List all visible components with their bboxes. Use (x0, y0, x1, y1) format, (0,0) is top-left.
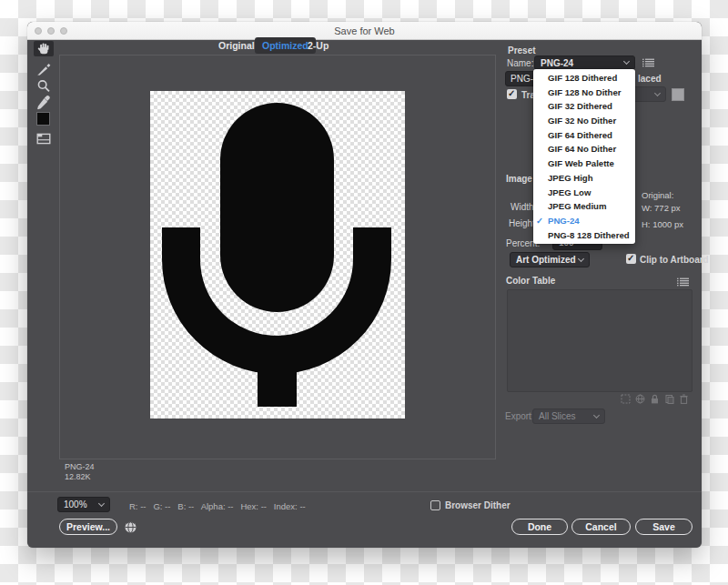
preset-dropdown-menu: ✓GIF 128 Dithered ✓GIF 128 No Dither ✓GI… (533, 69, 635, 244)
tab-2up[interactable]: 2-Up (308, 40, 329, 51)
titlebar: Save for Web (27, 22, 702, 40)
browser-dither-label: Browser Dither (445, 500, 511, 510)
color-readout: R: -- G: -- B: -- Alpha: -- Hex: -- Inde… (129, 501, 306, 511)
preset-name-select[interactable]: PNG-24 (534, 55, 635, 70)
original-height-value: H: 1000 px (642, 219, 683, 229)
done-button[interactable]: Done (511, 519, 568, 535)
chevron-down-icon (593, 411, 600, 418)
browser-preview-globe[interactable] (124, 520, 137, 534)
color-table-actions (621, 394, 689, 404)
matte-color-swatch[interactable] (672, 88, 684, 101)
zoom-level-select[interactable]: 100% (57, 497, 110, 512)
map-transparency-icon[interactable] (621, 394, 631, 404)
save-for-web-dialog: Save for Web Original Optimized 2-Up (27, 22, 702, 548)
lock-color-icon[interactable] (650, 394, 660, 404)
tab-original[interactable]: Original (218, 40, 255, 51)
preset-name-label: Name: (507, 58, 533, 68)
preview-format-label: PNG-24 (65, 462, 95, 471)
menu-item-jpeg-low[interactable]: ✓JPEG Low (533, 186, 635, 200)
panel-menu-icon (642, 58, 654, 67)
original-width-value: W: 772 px (642, 203, 681, 213)
chevron-down-icon (654, 89, 661, 96)
slices-icon (35, 131, 53, 146)
clip-to-artboard-label: Clip to Artboard (640, 255, 709, 265)
menu-item-gif-128-no-dither[interactable]: ✓GIF 128 No Dither (533, 86, 635, 100)
zoom-tool[interactable] (35, 78, 53, 94)
hand-tool[interactable] (34, 41, 54, 56)
new-color-icon[interactable] (664, 394, 674, 404)
image-canvas[interactable] (150, 91, 405, 419)
original-label: Original: (642, 190, 673, 200)
menu-item-png-8-128-dithered[interactable]: ✓PNG-8 128 Dithered (533, 228, 635, 243)
bottom-divider (27, 491, 702, 492)
preset-header: Preset (508, 45, 536, 55)
toggle-slices-visibility[interactable] (35, 131, 53, 146)
zoom-level-value: 100% (64, 499, 87, 509)
microphone-image (150, 91, 405, 419)
slice-select-tool[interactable] (35, 61, 53, 76)
optimize-quality-value: Art Optimized (516, 255, 576, 265)
checkmark-icon: ✓ (536, 214, 543, 228)
menu-item-jpeg-medium[interactable]: ✓JPEG Medium (533, 199, 635, 214)
menu-item-gif-64-dithered[interactable]: ✓GIF 64 Dithered (533, 128, 635, 143)
preview-filesize-label: 12.82K (65, 472, 91, 481)
hand-icon (35, 41, 53, 56)
magnifier-icon (35, 78, 53, 94)
menu-item-png-24[interactable]: ✓PNG-24 (533, 214, 635, 228)
preset-panel-menu-button[interactable] (642, 58, 654, 67)
web-shift-icon[interactable] (635, 394, 645, 404)
panel-menu-icon (677, 277, 689, 287)
menu-item-gif-web-palette[interactable]: ✓GIF Web Palette (533, 156, 635, 171)
menu-item-gif-128-dithered[interactable]: ✓GIF 128 Dithered (533, 71, 635, 86)
color-table-area[interactable] (507, 289, 693, 392)
export-value: All Slices (539, 411, 576, 421)
window-title: Save for Web (27, 25, 702, 36)
chevron-down-icon (98, 499, 105, 506)
menu-item-gif-32-no-dither[interactable]: ✓GIF 32 No Dither (533, 114, 635, 128)
interlaced-label-partial: laced (638, 74, 662, 84)
preview-button[interactable]: Preview... (59, 519, 117, 535)
preset-name-value: PNG-24 (541, 58, 573, 68)
menu-item-gif-64-no-dither[interactable]: ✓GIF 64 No Dither (533, 142, 635, 156)
menu-item-jpeg-high[interactable]: ✓JPEG High (533, 171, 635, 186)
optimized-preview-panel[interactable] (59, 55, 496, 459)
globe-icon (124, 520, 137, 534)
optimize-quality-select[interactable]: Art Optimized (510, 252, 590, 267)
export-select[interactable]: All Slices (532, 408, 605, 424)
color-table-panel-menu-button[interactable] (677, 277, 689, 287)
color-table-header: Color Table (506, 276, 555, 286)
save-button[interactable]: Save (635, 519, 693, 535)
slice-select-icon (35, 61, 53, 76)
eyedropper-icon (35, 95, 53, 110)
browser-dither-checkbox[interactable] (430, 500, 440, 510)
menu-item-gif-32-dithered[interactable]: ✓GIF 32 Dithered (533, 99, 635, 114)
eyedropper-color-swatch[interactable] (35, 112, 53, 127)
eyedropper-tool[interactable] (35, 95, 53, 110)
clip-to-artboard-checkbox[interactable] (626, 254, 636, 264)
tab-optimized[interactable]: Optimized (255, 37, 316, 54)
cancel-button[interactable]: Cancel (571, 519, 631, 535)
chevron-down-icon (578, 255, 584, 261)
transparency-checkbox[interactable] (507, 89, 517, 99)
export-label: Export: (505, 411, 534, 421)
delete-color-icon[interactable] (679, 394, 689, 404)
chevron-down-icon (623, 58, 630, 65)
